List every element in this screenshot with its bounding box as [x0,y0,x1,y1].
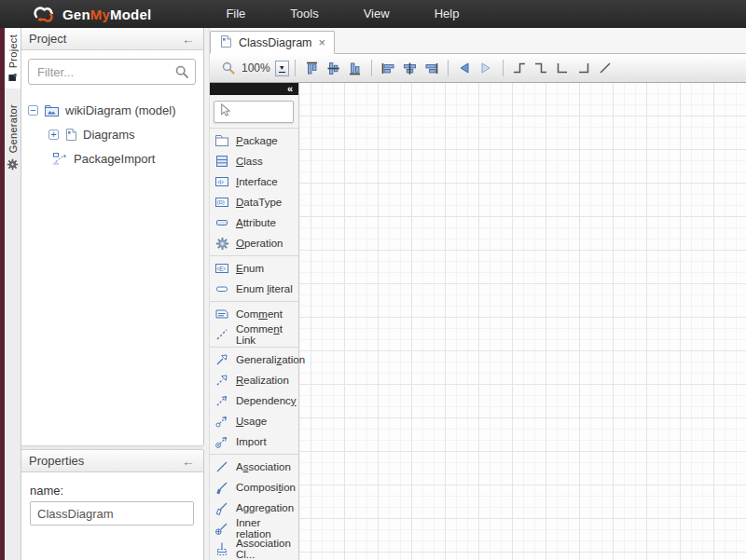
toolbar-separator [503,60,504,76]
connector-down-button[interactable] [531,58,552,78]
palette-item-usage[interactable]: Usage [210,411,298,431]
selection-tool-button[interactable] [214,101,294,123]
align-center-button[interactable] [399,58,421,78]
menu-file[interactable]: File [203,0,268,28]
palette-item-label: Aggregation [236,502,294,513]
palette-item-label: Generalization [236,354,305,365]
palette-item-association[interactable]: Association [210,457,298,477]
align-left-button[interactable] [378,58,399,78]
collapse-icon[interactable]: − [28,105,38,116]
tree-item-diagrams[interactable]: +Diagrams [28,122,203,146]
rail-tab-project[interactable]: Project [5,28,21,89]
align-right-button[interactable] [421,58,442,78]
attribute-icon [214,221,229,232]
palette-item-class[interactable]: Class [210,151,298,171]
aggregation-icon [214,506,229,517]
palette-item-label: Operation [236,238,283,249]
diagram-toolbar: 100% ▼ [210,54,746,83]
palette-item-label: Usage [236,416,267,427]
tree-item-label: PackageImport [74,152,155,166]
palette-item-enum[interactable]: ‹E›Enum [210,258,298,279]
svg-text:‹E›: ‹E› [217,266,227,272]
diagram-tab-bar: ClassDiagram × [210,28,746,54]
menu-tools[interactable]: Tools [268,0,340,28]
toolbar-separator [371,60,372,76]
align-top-button[interactable] [301,58,323,78]
name-field[interactable] [30,501,194,526]
palette-item-label: Interface [236,176,278,187]
side-rail: ProjectGenerator [5,28,21,560]
palette-item-label: DataType [236,197,282,208]
tree-item-wikidiagram-model[interactable]: −wikiDiagram (model) [28,98,203,122]
main-area: ClassDiagram × 100% ▼ « PackageClass‹I›I… [210,28,746,560]
flip-right-button[interactable] [476,58,497,78]
palette-item-import[interactable]: Import [210,431,298,452]
palette-item-dependency[interactable]: Dependency [210,390,298,411]
operation-icon [215,241,229,253]
palette-item-association-cl[interactable]: Association Cl... [210,539,298,559]
flip-left-button[interactable] [454,58,476,78]
palette-item-datatype[interactable]: (D)DataType [210,192,298,212]
straight-line-button[interactable] [595,58,616,78]
expand-icon[interactable]: + [48,130,59,140]
palette-item-generalization[interactable]: Generalization [210,349,298,370]
tree-item-packageimport[interactable]: ‹I›PackageImport [28,146,203,171]
filter-input[interactable] [28,59,196,85]
book-icon [7,73,18,83]
connector-corner-button[interactable] [552,58,573,78]
model-tree: −wikiDiagram (model)+Diagrams‹I›PackageI… [21,87,203,171]
svg-text:‹I›: ‹I› [53,160,59,166]
top-bar: GenMyModel FileToolsViewHelp [0,0,746,28]
menu-help[interactable]: Help [412,0,482,28]
palette-item-label: Association Cl... [236,538,298,560]
horizontal-splitter[interactable] [21,445,203,450]
palette-item-label: Comment [236,308,283,320]
tab-classdiagram[interactable]: ClassDiagram × [210,31,335,54]
palette-item-label: Class [236,156,263,167]
composition-icon [214,485,229,497]
align-bottom-button[interactable] [344,58,366,78]
connector-corner-rev-button[interactable] [573,58,595,78]
rail-tab-label: Generator [7,104,19,153]
palette-item-label: Inner relation [236,517,298,540]
collapse-panel-arrow-icon[interactable]: ← [182,34,195,45]
zoom-dropdown-button[interactable]: ▼ [275,61,289,76]
enum-icon: ‹E› [214,266,229,278]
palette-item-label: Realization [236,375,289,386]
palette-item-realization[interactable]: Realization [210,370,298,390]
menu-view[interactable]: View [341,0,412,28]
palette-item-comment-link[interactable]: Comment Link [210,324,298,345]
palette-item-inner-relation[interactable]: Inner relation [210,518,298,539]
palette-item-comment[interactable]: Comment [210,304,298,324]
diagram-icon [64,128,77,142]
palette-item-package[interactable]: Package [210,130,298,151]
palette-item-attribute[interactable]: Attribute [210,212,298,233]
align-bottom-icon [347,61,363,76]
collapse-palette-button[interactable]: « [287,84,293,93]
diagram-canvas[interactable]: « PackageClass‹I›Interface(D)DataTypeAtt… [210,82,746,560]
zoom-icon [221,61,236,75]
rail-tab-generator[interactable]: Generator [5,98,21,175]
palette-item-interface[interactable]: ‹I›Interface [210,171,298,192]
palette-item-operation[interactable]: Operation [210,233,298,253]
generalization-icon [214,358,229,369]
palette-item-label: Enum [236,263,264,274]
align-middle-button[interactable] [323,58,344,78]
vertical-splitter[interactable] [203,28,210,560]
palette-separator [210,255,298,256]
palette-item-enum-literal[interactable]: Enum literal [210,279,298,299]
close-icon[interactable]: × [319,35,326,49]
tab-label: ClassDiagram [239,36,312,49]
interface-icon: ‹I› [214,180,229,191]
collapse-panel-arrow-icon[interactable]: ← [182,456,195,467]
palette-item-composition[interactable]: Composition [210,477,298,498]
palette-item-aggregation[interactable]: Aggregation [210,498,298,518]
connector-up-button[interactable] [509,58,531,78]
app-title: GenMyModel [62,7,151,22]
align-middle-icon [325,61,341,76]
association-class-icon [214,547,229,558]
package-icon [214,139,229,150]
chevron-down-icon: ▼ [279,64,285,71]
align-top-icon [304,61,320,76]
palette-item-label: Association [236,461,291,472]
